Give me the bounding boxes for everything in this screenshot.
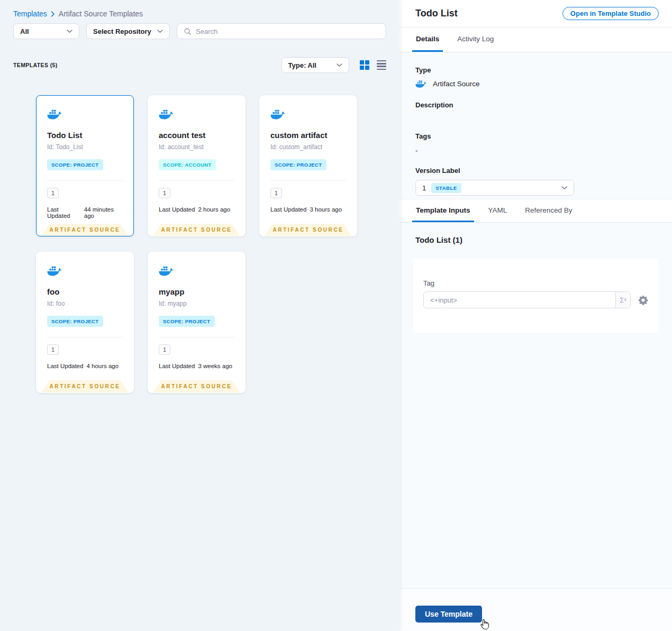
type-value: Artifact Source	[433, 80, 480, 88]
type-label: Type	[415, 66, 656, 74]
artifact-source-ribbon: ARTIFACT SOURCE	[42, 380, 129, 392]
artifact-source-ribbon: ARTIFACT SOURCE	[153, 380, 240, 392]
templates-list-panel: Templates Artifact Source Templates All …	[0, 0, 399, 631]
template-card-id: Id: myapp	[159, 300, 234, 307]
version-label: Version Label	[415, 167, 656, 175]
use-template-button[interactable]: Use Template	[415, 606, 482, 623]
card-divider	[47, 180, 123, 181]
card-divider	[159, 180, 234, 181]
list-view-icon[interactable]	[377, 60, 386, 70]
docker-icon	[159, 108, 175, 120]
template-card-myapp[interactable]: myapp Id: myapp SCOPE: PROJECT 1 Last Up…	[148, 252, 246, 393]
template-inputs-body: Todo List (1) Tag Σˣ	[399, 223, 672, 588]
scope-badge: SCOPE: PROJECT	[47, 316, 103, 327]
template-card-id: Id: Todo_List	[47, 143, 123, 151]
inputs-card: Tag Σˣ	[413, 258, 659, 333]
template-cards-grid: Todo List Id: Todo_List SCOPE: PROJECT 1…	[36, 95, 399, 393]
scope-filter-dropdown[interactable]: All	[13, 23, 79, 39]
repository-filter-value: Select Repository	[93, 28, 151, 35]
breadcrumb: Templates Artifact Source Templates	[0, 0, 399, 18]
version-count-chip: 1	[159, 344, 170, 355]
last-updated-value: 44 minutes ago	[84, 206, 123, 219]
expression-toggle-icon[interactable]: Σˣ	[615, 292, 630, 308]
tab-referenced-by[interactable]: Referenced By	[521, 199, 576, 222]
type-filter-dropdown[interactable]: Type: All	[281, 57, 349, 73]
tags-value: -	[415, 147, 656, 154]
tag-input-group: Σˣ	[423, 291, 631, 308]
open-in-template-studio-button[interactable]: Open in Template Studio	[562, 7, 659, 20]
breadcrumb-current: Artifact Source Templates	[59, 10, 143, 18]
version-value: 1	[422, 184, 426, 192]
version-count-chip: 1	[159, 188, 170, 198]
artifact-source-ribbon: ARTIFACT SOURCE	[265, 224, 352, 236]
details-panel-header: Todo List Open in Template Studio	[399, 0, 672, 28]
chevron-down-icon	[337, 63, 342, 67]
tab-details[interactable]: Details	[412, 28, 443, 52]
card-divider	[270, 180, 346, 181]
artifact-source-ribbon: ARTIFACT SOURCE	[42, 224, 129, 236]
docker-icon	[47, 265, 63, 277]
tab-yaml[interactable]: YAML	[485, 199, 511, 222]
last-updated-label: Last Updated	[47, 206, 81, 219]
tag-input[interactable]	[424, 292, 615, 308]
details-tabbar: Details Activity Log	[399, 28, 672, 52]
template-card-title: foo	[47, 287, 123, 296]
last-updated-value: 2 hours ago	[198, 206, 230, 213]
template-card-id: Id: foo	[47, 300, 123, 307]
docker-icon	[47, 108, 63, 120]
mouse-cursor-icon	[479, 618, 491, 631]
grid-view-icon[interactable]	[360, 60, 370, 70]
chevron-down-icon	[157, 30, 163, 33]
scope-badge: SCOPE: PROJECT	[47, 159, 103, 170]
card-divider	[47, 337, 123, 337]
repository-filter-dropdown[interactable]: Select Repository	[86, 23, 170, 39]
template-card-todo-list[interactable]: Todo List Id: Todo_List SCOPE: PROJECT 1…	[36, 95, 134, 236]
template-card-title: myapp	[159, 287, 234, 296]
filters-row: All Select Repository	[0, 18, 399, 39]
stable-badge: STABLE	[431, 183, 461, 193]
search-input[interactable]	[196, 28, 379, 35]
docker-icon	[415, 79, 428, 88]
last-updated-label: Last Updated	[159, 363, 195, 369]
breadcrumb-chevron-icon	[51, 11, 55, 17]
scope-badge: SCOPE: ACCOUNT	[159, 159, 216, 170]
last-updated-value: 3 weeks ago	[198, 363, 232, 369]
last-updated: Last Updated 3 hours ago	[270, 206, 346, 213]
template-card-custom-artifact[interactable]: custom artifact Id: custom_artifact SCOP…	[259, 95, 357, 236]
inputs-section-title: Todo List (1)	[413, 235, 659, 244]
template-card-id: Id: account_test	[159, 143, 234, 151]
inputs-tabbar: Template Inputs YAML Referenced By	[399, 199, 672, 223]
scope-badge: SCOPE: PROJECT	[270, 159, 326, 170]
chevron-down-icon	[561, 186, 567, 190]
type-filter-value: Type: All	[288, 61, 316, 69]
scope-filter-value: All	[20, 28, 29, 35]
last-updated-label: Last Updated	[159, 206, 195, 213]
last-updated-label: Last Updated	[47, 363, 83, 369]
page-title: Todo List	[415, 8, 458, 19]
template-card-foo[interactable]: foo Id: foo SCOPE: PROJECT 1 Last Update…	[36, 252, 134, 393]
gear-icon[interactable]	[638, 295, 648, 305]
template-card-id: Id: custom_artifact	[270, 143, 346, 151]
tab-template-inputs[interactable]: Template Inputs	[412, 199, 474, 222]
last-updated: Last Updated 44 minutes ago	[47, 206, 123, 219]
last-updated: Last Updated 3 weeks ago	[159, 363, 234, 369]
template-card-title: custom artifact	[270, 131, 346, 140]
last-updated: Last Updated 4 hours ago	[47, 363, 123, 369]
chevron-down-icon	[67, 30, 72, 33]
last-updated-value: 3 hours ago	[310, 206, 342, 213]
tab-activity-log[interactable]: Activity Log	[453, 28, 497, 52]
template-card-account-test[interactable]: account test Id: account_test SCOPE: ACC…	[148, 95, 246, 236]
artifact-source-ribbon: ARTIFACT SOURCE	[153, 224, 240, 236]
breadcrumb-templates-link[interactable]: Templates	[13, 10, 47, 18]
last-updated-label: Last Updated	[270, 206, 306, 213]
search-icon	[184, 28, 192, 35]
scope-badge: SCOPE: PROJECT	[159, 316, 215, 327]
templates-count-label: TEMPLATES (5)	[13, 62, 58, 68]
details-panel-footer: Use Template	[399, 588, 672, 631]
version-dropdown[interactable]: 1 STABLE	[415, 180, 574, 196]
search-box[interactable]	[177, 23, 386, 39]
templates-list-header: TEMPLATES (5) Type: All	[0, 57, 399, 73]
card-divider	[159, 337, 234, 337]
version-count-chip: 1	[47, 344, 59, 355]
template-details-panel: Todo List Open in Template Studio Detail…	[399, 0, 672, 631]
